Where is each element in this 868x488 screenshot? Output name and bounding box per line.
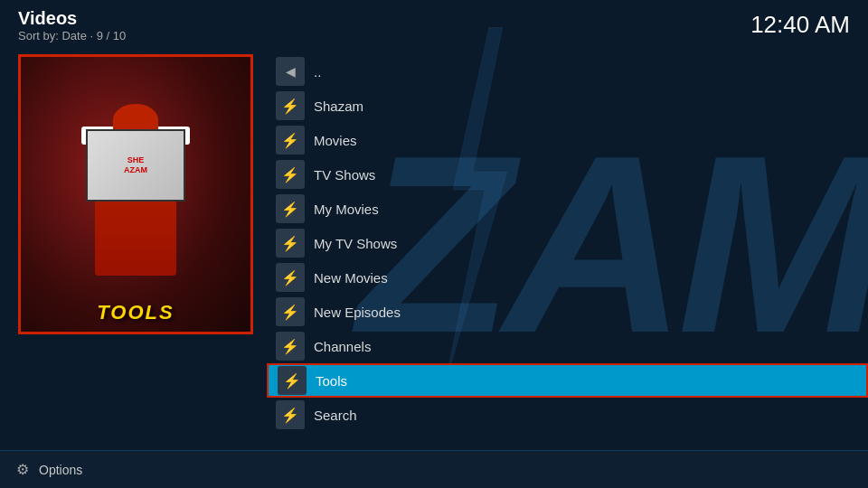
menu-item-new-movies[interactable]: New Movies [267, 260, 868, 295]
tv-shows-icon [276, 160, 305, 189]
back-icon [276, 57, 305, 86]
channels-icon [276, 332, 305, 361]
top-bar: Videos Sort by: Date · 9 / 10 12:40 AM [0, 0, 868, 50]
thumbnail-label: TOOLS [97, 301, 174, 324]
menu-item-my-movies[interactable]: My Movies [267, 192, 868, 226]
new-movies-label: New Movies [314, 270, 388, 286]
page-subtitle: Sort by: Date · 9 / 10 [18, 29, 126, 42]
back-label: .. [314, 64, 321, 80]
new-episodes-label: New Episodes [314, 305, 401, 320]
clock-display: 12:40 AM [750, 11, 850, 38]
options-label: Options [39, 463, 82, 477]
menu-list: ShazamMoviesTV ShowsMy MoviesMy TV Shows… [267, 89, 868, 432]
bottom-bar: ⚙ Options [0, 450, 868, 488]
page-title: Videos [18, 8, 126, 29]
menu-item-tv-shows[interactable]: TV Shows [267, 157, 868, 192]
new-episodes-icon [276, 297, 305, 326]
menu-back-item[interactable]: .. [267, 54, 868, 89]
my-movies-label: My Movies [314, 202, 379, 217]
top-right: 12:40 AM [750, 11, 850, 39]
menu-item-search[interactable]: Search [267, 398, 868, 432]
new-movies-icon [276, 263, 305, 292]
menu-item-channels[interactable]: Channels [267, 329, 868, 363]
top-left: Videos Sort by: Date · 9 / 10 [18, 8, 126, 42]
shazam-label: Shazam [314, 99, 363, 114]
search-icon [276, 400, 305, 429]
menu-item-tools[interactable]: Tools [267, 363, 868, 398]
channels-label: Channels [314, 339, 371, 354]
options-button[interactable]: ⚙ Options [14, 461, 82, 479]
menu-item-my-tv-shows[interactable]: My TV Shows [267, 226, 868, 260]
movies-label: Movies [314, 133, 357, 148]
tools-label: Tools [316, 373, 347, 389]
search-label: Search [314, 408, 357, 423]
menu-panel: .. ShazamMoviesTV ShowsMy MoviesMy TV Sh… [267, 54, 868, 443]
thumbnail-panel: ⚡ SHEAZAM TOOLS [18, 54, 253, 334]
shazam-icon [276, 91, 305, 120]
tools-icon [278, 366, 307, 395]
menu-item-shazam[interactable]: Shazam [267, 89, 868, 123]
menu-item-movies[interactable]: Movies [267, 123, 868, 157]
tv-shows-label: TV Shows [314, 167, 375, 183]
movies-icon [276, 126, 305, 155]
my-tv-shows-label: My TV Shows [314, 236, 397, 251]
options-icon: ⚙ [14, 461, 32, 479]
my-tv-shows-icon [276, 229, 305, 258]
my-movies-icon [276, 194, 305, 223]
menu-item-new-episodes[interactable]: New Episodes [267, 295, 868, 329]
thumbnail-image: ⚡ SHEAZAM TOOLS [18, 54, 253, 334]
